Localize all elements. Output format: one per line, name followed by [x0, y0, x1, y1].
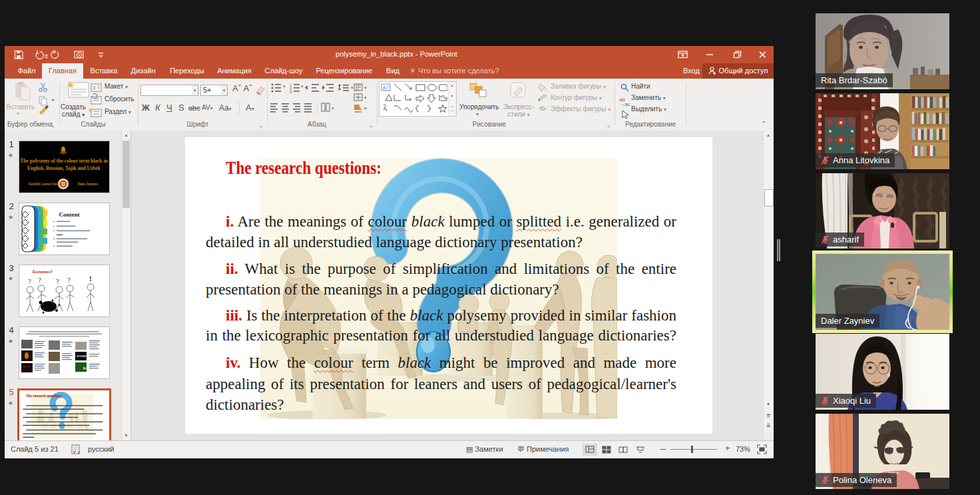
- svg-text:▾: ▾: [351, 85, 354, 90]
- svg-text:АЛФАВИТ: АЛФАВИТ: [77, 354, 90, 358]
- svg-text:?: ?: [67, 276, 71, 284]
- svg-text:?: ?: [38, 276, 41, 284]
- svg-text:A: A: [383, 85, 387, 91]
- svg-text:3: 3: [290, 90, 292, 94]
- svg-text:?: ?: [56, 277, 59, 285]
- svg-text:English, Russian, Tajik and Uz: English, Russian, Tajik and Uzbek: [27, 165, 101, 171]
- svg-text:▾: ▾: [364, 106, 367, 111]
- svg-text:The research questions:: The research questions:: [26, 394, 63, 398]
- svg-text:Content: Content: [59, 211, 80, 218]
- svg-text:▾: ▾: [301, 84, 304, 89]
- svg-text:→ac: →ac: [619, 101, 630, 107]
- svg-text:▾: ▾: [332, 106, 334, 111]
- svg-text:Daler Zayniev: Daler Zayniev: [78, 183, 98, 186]
- svg-text:?: ?: [28, 277, 31, 285]
- svg-text:The polysemy of the colour ter: The polysemy of the colour term black in: [20, 158, 108, 164]
- svg-text:!: !: [89, 274, 92, 282]
- svg-text:Economics?: Economics?: [33, 270, 53, 274]
- svg-text:▾: ▾: [283, 84, 286, 89]
- svg-text:▾: ▾: [364, 95, 367, 100]
- svg-text:Gödöllő Lorincl University: Gödöllő Lorincl University: [29, 183, 67, 186]
- svg-text:▾: ▾: [364, 85, 367, 90]
- svg-text:x: x: [77, 449, 80, 455]
